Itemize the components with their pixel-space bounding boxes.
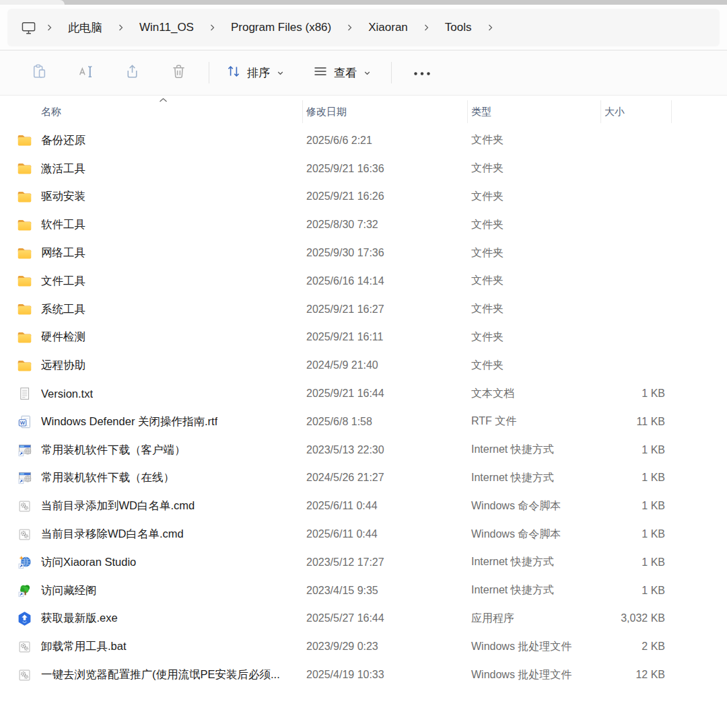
sort-arrows-icon <box>226 63 242 82</box>
file-row[interactable]: 备份还原 2025/6/6 2:21 文件夹 <box>0 126 727 155</box>
breadcrumb-item-4[interactable]: Xiaoran <box>360 17 416 38</box>
column-header-size[interactable]: 大小 <box>601 100 672 123</box>
globe-shortcut-icon <box>17 554 32 570</box>
file-date-modified: 2023/5/12 17:27 <box>303 556 468 569</box>
paste-icon <box>31 63 48 83</box>
file-type: 文件夹 <box>468 246 601 260</box>
folder-icon <box>17 358 32 373</box>
file-type: RTF 文件 <box>468 414 601 429</box>
file-type: 应用程序 <box>468 612 601 626</box>
file-row[interactable]: W Windows Defender 关闭操作指南.rtf 2025/6/8 1… <box>0 408 727 436</box>
file-type: 文件夹 <box>468 359 601 373</box>
file-date-modified: 2025/4/19 10:33 <box>303 669 468 681</box>
file-row[interactable]: 文件工具 2025/6/16 14:14 文件夹 <box>0 267 727 295</box>
file-name: 驱动安装 <box>41 189 85 204</box>
word-document-icon: W <box>17 414 32 429</box>
folder-icon <box>17 273 32 289</box>
address-bar[interactable]: 此电脑Win11_OSProgram Files (x86)XiaoranToo… <box>7 9 720 46</box>
cmd-script-icon <box>17 527 32 542</box>
sort-button[interactable]: 排序 <box>216 58 293 87</box>
delete-button[interactable] <box>155 58 202 88</box>
file-date-modified: 2025/6/16 14:14 <box>303 275 468 287</box>
more-options-button[interactable] <box>399 61 446 84</box>
view-chevron-icon <box>364 69 371 77</box>
file-row[interactable]: 卸载常用工具.bat 2023/9/29 0:23 Windows 批处理文件 … <box>0 632 727 661</box>
file-name: 备份还原 <box>41 133 85 148</box>
file-row[interactable]: 访问Xiaoran Studio 2023/5/12 17:27 Interne… <box>0 548 727 577</box>
file-row[interactable]: 常用装机软件下载（在线） 2024/5/26 21:27 Internet 快捷… <box>0 464 727 493</box>
file-name: 激活工具 <box>41 161 85 176</box>
file-type: 文件夹 <box>468 133 601 147</box>
column-header-date[interactable]: 修改日期 <box>303 100 468 123</box>
breadcrumb-item-5[interactable]: Tools <box>437 17 480 38</box>
file-name: 文件工具 <box>41 274 85 289</box>
svg-text:W: W <box>20 420 25 426</box>
cmd-script-icon <box>17 639 32 655</box>
file-size: 1 KB <box>601 500 672 512</box>
breadcrumb-chevron-icon[interactable] <box>112 24 130 32</box>
internet-shortcut-icon <box>17 442 32 458</box>
file-type: Windows 命令脚本 <box>468 499 601 513</box>
folder-icon <box>17 161 32 176</box>
file-size: 3,032 KB <box>601 612 672 624</box>
breadcrumb-item-1[interactable]: 此电脑 <box>60 16 110 40</box>
breadcrumb-chevron-icon[interactable] <box>341 24 359 32</box>
app-updater-icon <box>17 611 32 626</box>
file-type: Internet 快捷方式 <box>468 471 601 485</box>
file-row[interactable]: 驱动安装 2025/9/21 16:26 文件夹 <box>0 183 727 211</box>
file-name: 常用装机软件下载（在线） <box>41 470 174 485</box>
file-date-modified: 2025/9/21 16:36 <box>303 163 468 175</box>
breadcrumb-chevron-icon[interactable] <box>203 24 221 32</box>
breadcrumb-chevron-icon[interactable] <box>40 24 59 32</box>
file-row[interactable]: 当前目录移除WD白名单.cmd 2025/6/11 0:44 Windows 命… <box>0 520 727 548</box>
breadcrumb-item-3[interactable]: Program Files (x86) <box>223 17 339 38</box>
command-toolbar: 排序 查看 <box>0 50 727 96</box>
paste-button[interactable] <box>16 58 63 88</box>
column-header-row: 名称 修改日期 类型 大小 <box>0 97 727 126</box>
more-options-icon <box>413 67 431 79</box>
this-pc-icon[interactable] <box>21 21 40 35</box>
column-header-name[interactable]: 名称 <box>17 100 303 123</box>
file-list-pane: 名称 修改日期 类型 大小 备份还原 2025/6/6 2:21 文件夹 激活工… <box>0 97 727 689</box>
share-button[interactable] <box>109 58 155 88</box>
file-row[interactable]: 访问藏经阁 2023/4/15 9:35 Internet 快捷方式 1 KB <box>0 577 727 605</box>
rename-button[interactable] <box>63 58 109 88</box>
file-size: 1 KB <box>601 556 672 569</box>
file-row[interactable]: 软件工具 2025/8/30 7:32 文件夹 <box>0 211 727 239</box>
toolbar-divider <box>391 62 392 83</box>
file-size: 1 KB <box>601 528 672 540</box>
file-row[interactable]: 常用装机软件下载（客户端） 2023/5/13 22:30 Internet 快… <box>0 436 727 464</box>
file-row[interactable]: 系统工具 2025/9/21 16:27 文件夹 <box>0 295 727 324</box>
file-size: 1 KB <box>601 444 672 456</box>
file-row[interactable]: 当前目录添加到WD白名单.cmd 2025/6/11 0:44 Windows … <box>0 492 727 520</box>
file-size: 11 KB <box>601 416 672 428</box>
breadcrumb-chevron-icon[interactable] <box>481 24 499 32</box>
file-size: 2 KB <box>601 641 672 653</box>
sort-ascending-caret-icon <box>159 98 168 103</box>
file-size: 1 KB <box>601 472 672 484</box>
file-row[interactable]: Version.txt 2025/9/21 16:44 文本文档 1 KB <box>0 379 727 408</box>
tree-shortcut-icon <box>17 583 32 598</box>
file-row[interactable]: 激活工具 2025/9/21 16:36 文件夹 <box>0 155 727 183</box>
toolbar-divider <box>209 62 209 83</box>
file-row[interactable]: 获取最新版.exe 2025/5/27 16:44 应用程序 3,032 KB <box>0 605 727 633</box>
breadcrumb: 此电脑Win11_OSProgram Files (x86)XiaoranToo… <box>40 16 499 40</box>
file-date-modified: 2023/5/13 22:30 <box>303 444 468 456</box>
file-name: 软件工具 <box>41 217 85 232</box>
file-date-modified: 2025/6/8 1:58 <box>303 416 468 428</box>
cmd-script-icon <box>17 499 32 514</box>
folder-icon <box>17 133 32 148</box>
active-tab-edge <box>0 0 65 5</box>
column-header-type[interactable]: 类型 <box>468 100 601 123</box>
file-row[interactable]: 一键去浏览器配置推广(使用流氓PE安装后必须... 2025/4/19 10:3… <box>0 661 727 689</box>
file-name: 获取最新版.exe <box>41 611 118 626</box>
breadcrumb-item-2[interactable]: Win11_OS <box>131 17 202 38</box>
file-size: 12 KB <box>601 669 672 681</box>
breadcrumb-chevron-icon[interactable] <box>417 24 436 32</box>
view-button[interactable]: 查看 <box>303 58 380 87</box>
file-row[interactable]: 网络工具 2025/9/30 17:36 文件夹 <box>0 239 727 267</box>
file-row[interactable]: 硬件检测 2025/9/21 16:11 文件夹 <box>0 324 727 352</box>
file-type: Windows 命令脚本 <box>468 527 601 542</box>
file-explorer-window: 此电脑Win11_OSProgram Files (x86)XiaoranToo… <box>0 0 727 689</box>
file-row[interactable]: 远程协助 2024/5/9 21:40 文件夹 <box>0 351 727 379</box>
